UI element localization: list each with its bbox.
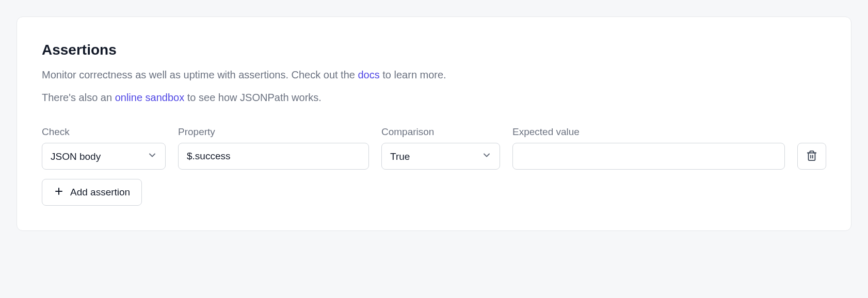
trash-icon: [806, 150, 817, 163]
check-label: Check: [42, 126, 166, 138]
expected-field-group: Expected value: [512, 126, 785, 170]
property-field-group: Property: [178, 126, 369, 170]
comparison-select[interactable]: True: [381, 143, 500, 170]
check-field-group: Check JSON body: [42, 126, 166, 170]
expected-label: Expected value: [512, 126, 785, 138]
description-line-1: Monitor correctness as well as uptime wi…: [42, 67, 826, 83]
check-select[interactable]: JSON body: [42, 143, 166, 170]
section-title: Assertions: [42, 42, 826, 58]
delete-assertion-button[interactable]: [797, 143, 826, 170]
comparison-label: Comparison: [381, 126, 500, 138]
plus-icon: [54, 186, 64, 199]
docs-link[interactable]: docs: [358, 69, 379, 80]
add-assertion-button[interactable]: Add assertion: [42, 179, 142, 206]
property-label: Property: [178, 126, 369, 138]
description-text: to see how JSONPath works.: [184, 92, 322, 103]
add-assertion-label: Add assertion: [70, 187, 130, 198]
description-text: There's also an: [42, 92, 115, 103]
expected-input[interactable]: [512, 143, 785, 170]
property-input[interactable]: [178, 143, 369, 170]
comparison-field-group: Comparison True: [381, 126, 500, 170]
description-text: to learn more.: [380, 69, 446, 80]
assertion-row: Check JSON body Property Comparison True: [42, 126, 826, 170]
check-select-wrapper: JSON body: [42, 143, 166, 170]
description-text: Monitor correctness as well as uptime wi…: [42, 69, 358, 80]
sandbox-link[interactable]: online sandbox: [115, 92, 185, 103]
description-line-2: There's also an online sandbox to see ho…: [42, 89, 826, 106]
assertions-card: Assertions Monitor correctness as well a…: [17, 16, 851, 231]
comparison-select-wrapper: True: [381, 143, 500, 170]
